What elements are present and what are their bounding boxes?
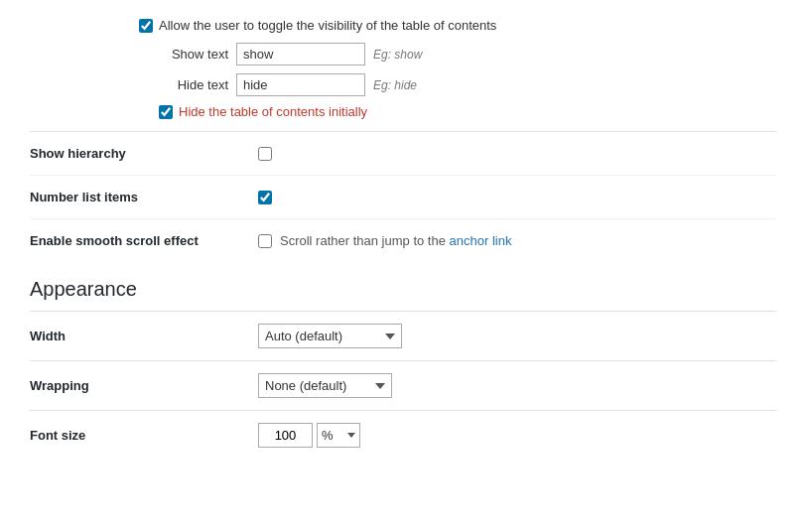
wrapping-label: Wrapping: [30, 378, 258, 393]
hide-initially-checkbox[interactable]: [159, 105, 173, 119]
hide-text-input[interactable]: [236, 73, 365, 96]
wrapping-row: Wrapping None (default) Left Right: [30, 360, 776, 410]
show-hierarchy-control: [258, 147, 272, 161]
number-list-items-row: Number list items: [30, 175, 776, 218]
allow-toggle-row: Allow the user to toggle the visibility …: [139, 18, 786, 33]
number-list-items-checkbox[interactable]: [258, 191, 272, 204]
number-list-items-name: Number list items: [30, 190, 258, 204]
width-row: Width Auto (default) Full width Custom: [30, 311, 776, 360]
font-size-row: Font size % px em: [30, 410, 776, 460]
width-select[interactable]: Auto (default) Full width Custom: [258, 324, 402, 348]
hide-text-eg: Eg: hide: [373, 78, 417, 92]
show-text-row: Show text Eg: show: [139, 43, 786, 66]
settings-section: Show hierarchy Number list items Enable …: [20, 131, 786, 262]
allow-toggle-checkbox[interactable]: [139, 19, 153, 33]
page-container: Allow the user to toggle the visibility …: [0, 0, 806, 469]
smooth-scroll-name: Enable smooth scroll effect: [30, 233, 258, 248]
font-size-label: Font size: [30, 428, 258, 443]
show-hierarchy-name: Show hierarchy: [30, 146, 258, 161]
hide-initially-row: Hide the table of contents initially: [139, 104, 786, 119]
hide-initially-label: Hide the table of contents initially: [179, 104, 367, 119]
appearance-section: Appearance Width Auto (default) Full wid…: [20, 262, 786, 460]
wrapping-select[interactable]: None (default) Left Right: [258, 373, 392, 398]
smooth-scroll-checkbox[interactable]: [258, 234, 272, 248]
font-size-unit-select[interactable]: % px em: [317, 423, 360, 448]
show-text-label: Show text: [159, 47, 228, 62]
smooth-scroll-row: Enable smooth scroll effect Scroll rathe…: [30, 218, 776, 262]
font-size-controls: % px em: [258, 423, 360, 448]
show-hierarchy-checkbox[interactable]: [258, 147, 272, 161]
width-label: Width: [30, 329, 258, 343]
number-list-items-control: [258, 191, 272, 204]
show-text-eg: Eg: show: [373, 48, 422, 62]
font-size-input[interactable]: [258, 423, 313, 448]
smooth-scroll-control: Scroll rather than jump to the anchor li…: [258, 233, 511, 248]
allow-toggle-label: Allow the user to toggle the visibility …: [159, 18, 496, 33]
show-hierarchy-row: Show hierarchy: [30, 131, 776, 175]
hide-text-label: Hide text: [159, 77, 228, 92]
hide-text-row: Hide text Eg: hide: [139, 73, 786, 96]
show-text-input[interactable]: [236, 43, 365, 66]
appearance-title: Appearance: [30, 278, 776, 301]
anchor-link-text: anchor link: [450, 233, 512, 248]
top-section: Allow the user to toggle the visibility …: [20, 10, 786, 131]
smooth-scroll-desc: Scroll rather than jump to the anchor li…: [280, 233, 511, 248]
